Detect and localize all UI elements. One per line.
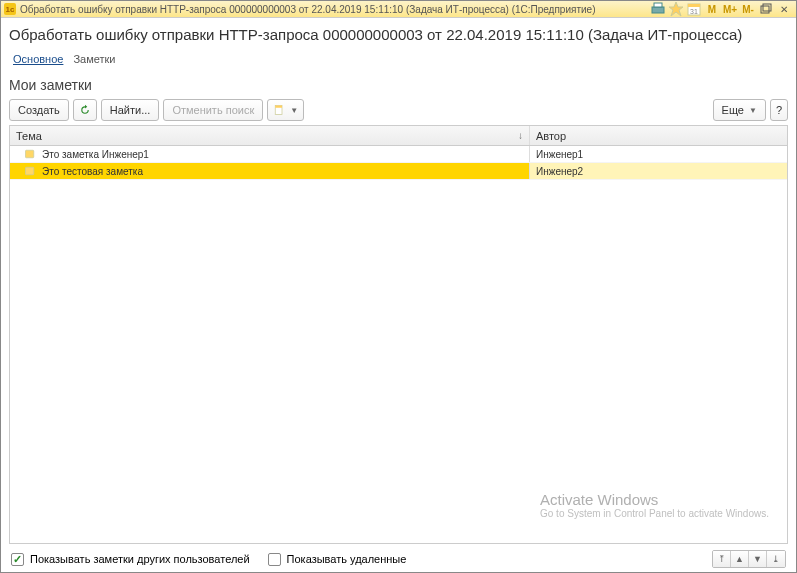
tabs: Основное Заметки [13, 53, 788, 67]
label-show-other-users: Показывать заметки других пользователей [30, 553, 250, 565]
svg-marker-2 [669, 2, 683, 16]
actions-dropdown-button[interactable]: ▼ [267, 99, 304, 121]
window-titlebar: 1c Обработать ошибку отправки HTTP-запро… [1, 1, 796, 18]
nav-first-icon[interactable]: ⤒ [713, 551, 731, 567]
windows-watermark: Activate Windows Go to System in Control… [540, 491, 769, 519]
section-title: Мои заметки [9, 77, 788, 93]
nav-last-icon[interactable]: ⤓ [767, 551, 785, 567]
titlebar-m-icon[interactable]: M [704, 2, 720, 16]
chevron-down-icon: ▼ [749, 106, 757, 115]
row-theme: Это тестовая заметка [42, 166, 143, 177]
svg-rect-0 [652, 7, 664, 13]
row-author: Инженер1 [536, 149, 583, 160]
nav-down-icon[interactable]: ▼ [749, 551, 767, 567]
column-header-theme[interactable]: Тема ↓ [10, 126, 530, 145]
sort-arrow-icon: ↓ [518, 130, 523, 141]
svg-rect-6 [761, 6, 769, 13]
create-button[interactable]: Создать [9, 99, 69, 121]
titlebar-m-plus-icon[interactable]: M+ [722, 2, 738, 16]
table-header: Тема ↓ Автор [10, 126, 787, 146]
chevron-down-icon: ▼ [290, 106, 298, 115]
refresh-button[interactable] [73, 99, 97, 121]
checkbox-show-deleted[interactable] [268, 553, 281, 566]
more-button[interactable]: Еще ▼ [713, 99, 766, 121]
tab-notes[interactable]: Заметки [73, 53, 115, 67]
window-title: Обработать ошибку отправки HTTP-запроса … [20, 4, 595, 15]
row-theme: Это заметка Инженер1 [42, 149, 149, 160]
window-restore-icon[interactable] [758, 2, 774, 16]
window-close-icon[interactable]: ✕ [776, 2, 792, 16]
find-button[interactable]: Найти... [101, 99, 160, 121]
label-show-deleted: Показывать удаленные [287, 553, 407, 565]
notes-table: Тема ↓ Автор Это заметка Инженер1 Инжене… [9, 125, 788, 544]
nav-up-icon[interactable]: ▲ [731, 551, 749, 567]
checkbox-show-other-users[interactable] [11, 553, 24, 566]
note-icon [24, 148, 36, 160]
svg-rect-10 [26, 150, 34, 158]
nav-button-group: ⤒ ▲ ▼ ⤓ [712, 550, 786, 568]
more-label: Еще [722, 104, 744, 116]
titlebar-m-minus-icon[interactable]: M- [740, 2, 756, 16]
svg-rect-9 [275, 106, 282, 108]
column-header-author[interactable]: Автор [530, 126, 787, 145]
refresh-icon [79, 104, 91, 116]
app-icon: 1c [4, 3, 16, 15]
row-author: Инженер2 [536, 166, 583, 177]
cancel-search-button[interactable]: Отменить поиск [163, 99, 263, 121]
svg-text:31: 31 [690, 8, 698, 15]
table-body: Это заметка Инженер1 Инженер1 Это тестов… [10, 146, 787, 180]
document-icon [273, 104, 285, 116]
titlebar-calendar-icon[interactable]: 31 [686, 2, 702, 16]
note-icon [24, 165, 36, 177]
help-button[interactable]: ? [770, 99, 788, 121]
page-title: Обработать ошибку отправки HTTP-запроса … [9, 26, 788, 43]
svg-rect-11 [26, 167, 34, 175]
table-row[interactable]: Это тестовая заметка Инженер2 [10, 163, 787, 180]
tab-main[interactable]: Основное [13, 53, 63, 67]
column-header-author-label: Автор [536, 130, 566, 142]
table-row[interactable]: Это заметка Инженер1 Инженер1 [10, 146, 787, 163]
titlebar-print-icon[interactable] [650, 2, 666, 16]
titlebar-star-icon[interactable] [668, 2, 684, 16]
toolbar: Создать Найти... Отменить поиск ▼ Еще ▼ … [9, 99, 788, 121]
svg-rect-4 [688, 4, 700, 7]
svg-rect-7 [763, 4, 771, 11]
svg-rect-1 [654, 3, 662, 7]
footer: Показывать заметки других пользователей … [9, 544, 788, 572]
column-header-theme-label: Тема [16, 130, 42, 142]
